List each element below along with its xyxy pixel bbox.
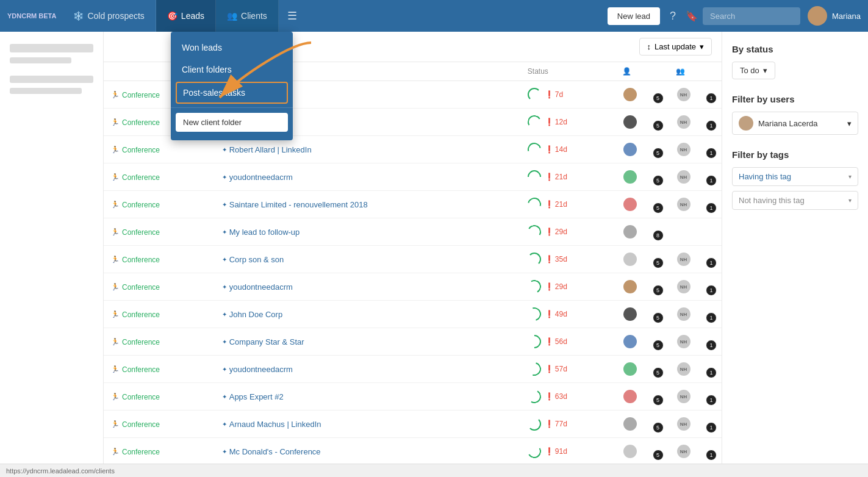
lead-name[interactable]: ✦Mc Donald's - Conference [222,447,487,456]
status-circle-icon [525,167,543,186]
new-client-folder-button[interactable]: New client folder [176,113,288,132]
avatar-count: 5 [653,312,664,323]
conference-tag[interactable]: 🏃Conference [111,393,160,401]
new-lead-button[interactable]: New lead [608,7,660,25]
table-row[interactable]: 🏃Conference✦Apps Expert #2 ❗63d 5 NH 1 [104,383,722,411]
table-row[interactable]: 🏃Conference✦Corp son & son ❗35d 5 NH 1 [104,246,722,273]
group-avatar-count: 1 [706,450,717,461]
group-avatar-group: NH 1 [676,389,714,404]
conference-tag[interactable]: 🏃Conference [111,256,160,264]
overdue-indicator: ❗21d [545,200,567,209]
conference-tag[interactable]: 🏃Conference [111,173,160,182]
lead-name[interactable]: ✦youdontneedacrm [222,365,487,374]
conference-tag[interactable]: 🏃Conference [111,146,160,154]
lead-name[interactable]: ✦youdontneedacrm [222,173,487,182]
overdue-indicator: ❗21d [545,173,567,181]
avatar-count: 5 [653,175,664,186]
conference-tag[interactable]: 🏃Conference [111,310,160,319]
person-avatar-group: 5 [622,416,661,432]
dropdown-client-folders[interactable]: Client folders [171,59,293,81]
person-avatar-cell: 5 [615,136,668,163]
avatar-count: 5 [653,203,664,213]
status-filter-dropdown[interactable]: To do ▾ [732,62,775,79]
dropdown-won-leads[interactable]: Won leads [171,37,293,59]
table-row[interactable]: 🏃Conference✦Company Star & Star ❗56d 5 N… [104,328,722,356]
overdue-indicator: ❗7d [545,90,563,99]
group-avatar-cell: NH 1 [669,163,722,191]
conference-tag[interactable]: 🏃Conference [111,91,160,99]
hamburger-menu[interactable]: ☰ [279,9,306,23]
conference-tag[interactable]: 🏃Conference [111,338,160,346]
tag-icon: 🏃 [111,201,120,209]
lead-name[interactable]: ✦Apps Expert #2 [222,392,487,401]
conference-tag[interactable]: 🏃Conference [111,201,160,209]
user-filter-button[interactable]: Mariana Lacerda ▾ [732,112,858,135]
avatar-count: 5 [653,367,664,378]
lead-name[interactable]: ✦John Doe Corp [222,310,487,319]
lead-name[interactable]: ✦Robert Allard | LinkedIn [222,145,487,154]
table-row[interactable]: 🏃Conference✦My lead to follow-up ❗29d 8 [104,218,722,246]
filter-tags-title: Filter by tags [732,149,858,160]
dropdown-post-sales-tasks[interactable]: Post-sales tasks [176,82,288,104]
lead-name[interactable]: ✦Saintare Limited - renouvellement 2018 [222,200,487,209]
person-avatar-cell: 5 [615,328,668,356]
help-icon[interactable]: ? [670,10,676,23]
sidebar-blurred-4 [10,88,82,94]
conference-tag[interactable]: 🏃Conference [111,118,160,127]
search-input[interactable] [703,7,800,25]
table-row[interactable]: 🏃Conference✦youdontneedacrm ❗29d 5 NH 1 [104,273,722,301]
table-row[interactable]: 🏃Conference✦John Doe Corp ❗49d 5 NH 1 [104,301,722,328]
lead-crosshair-icon: ✦ [222,366,227,373]
overdue-indicator: ❗91d [545,447,567,456]
leads-icon: 🎯 [167,11,178,21]
conference-tag[interactable]: 🏃Conference [111,283,160,292]
person-avatar-group: 5 [622,87,661,102]
having-tag-dropdown[interactable]: Having this tag ▾ [732,167,858,186]
group-avatar-group: NH 1 [676,87,714,102]
group-avatar-count: 1 [706,257,717,268]
conference-tag[interactable]: 🏃Conference [111,420,160,429]
table-row[interactable]: 🏃Conference✦youdontneedacrm ❗21d 5 NH 1 [104,163,722,191]
avatar[interactable] [808,6,827,26]
conference-tag[interactable]: 🏃Conference [111,365,160,374]
sort-label: Last update [655,42,696,51]
bookmark-icon[interactable]: 🔖 [686,10,698,22]
lead-name[interactable]: ✦Arnaud Machus | LinkedIn [222,420,487,429]
tab-clients[interactable]: 👥 Clients [216,0,279,32]
conference-tag[interactable]: 🏃Conference [111,228,160,237]
overdue-icon: ❗ [545,173,554,181]
tab-cold-prospects[interactable]: ❄️ Cold prospects [62,0,156,32]
overdue-icon: ❗ [545,337,554,346]
table-row[interactable]: 🏃Conference✦Mc Donald's - Conference ❗91… [104,438,722,465]
avatar [622,224,638,240]
lead-name[interactable]: ✦Company Star & Star [222,337,487,346]
lead-name[interactable]: ✦youdontneedacrm [222,282,487,292]
table-row[interactable]: 🏃Conference✦Arnaud Machus | LinkedIn ❗77… [104,411,722,438]
status-circle-icon [525,305,543,323]
group-avatar-cell: NH 1 [669,81,722,109]
lead-crosshair-icon: ✦ [222,146,227,153]
overdue-indicator: ❗29d [545,282,567,291]
status-cell: ❗12d [520,109,615,136]
conference-tag[interactable]: 🏃Conference [111,448,160,456]
table-row[interactable]: 🏃Conference✦Saintare Limited - renouvell… [104,191,722,218]
left-sidebar [0,32,104,477]
status-value: To do [740,66,759,75]
lead-name[interactable]: ✦Corp son & son [222,255,487,264]
overdue-indicator: ❗35d [545,255,567,264]
table-row[interactable]: 🏃Conference✦youdontneedacrm ❗57d 5 NH 1 [104,356,722,383]
tag-cell: 🏃Conference [104,191,215,218]
not-having-tag-dropdown[interactable]: Not having this tag ▾ [732,191,858,210]
avatar-count: 5 [653,285,664,296]
overdue-indicator: ❗49d [545,310,567,318]
tab-leads[interactable]: 🎯 Leads [156,0,216,32]
lead-crosshair-icon: ✦ [222,339,227,345]
overdue-icon: ❗ [545,255,554,264]
avatar-count: 5 [653,148,664,159]
topnav: YDNCRM BETA ❄️ Cold prospects 🎯 Leads 👥 … [0,0,868,32]
status-circle-icon [525,360,543,378]
group-avatar-cell: NH 1 [669,109,722,136]
overdue-indicator: ❗77d [545,420,567,428]
lead-name[interactable]: ✦My lead to follow-up [222,228,487,237]
sort-button[interactable]: ↕ Last update ▾ [639,38,712,56]
